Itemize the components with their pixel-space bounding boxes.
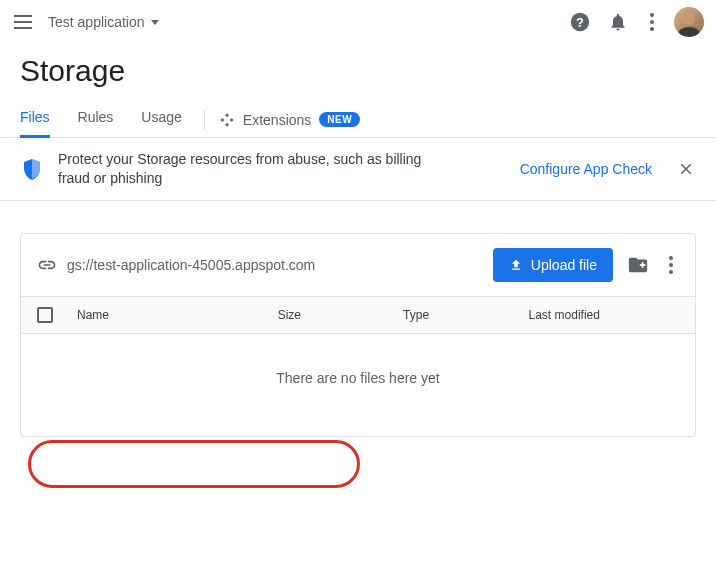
svg-text:?: ? bbox=[576, 15, 584, 30]
project-name: Test application bbox=[48, 14, 145, 30]
tab-rules[interactable]: Rules bbox=[78, 102, 114, 138]
header-size[interactable]: Size bbox=[278, 308, 403, 322]
panel-overflow-menu[interactable] bbox=[663, 252, 679, 278]
page-title: Storage bbox=[0, 44, 716, 102]
close-icon[interactable] bbox=[676, 159, 696, 179]
menu-icon[interactable] bbox=[14, 10, 38, 34]
new-folder-button[interactable] bbox=[623, 252, 653, 278]
header-modified[interactable]: Last modified bbox=[529, 308, 680, 322]
tab-files[interactable]: Files bbox=[20, 102, 50, 138]
chevron-down-icon bbox=[151, 20, 159, 25]
extensions-icon bbox=[219, 112, 235, 128]
notifications-icon[interactable] bbox=[606, 10, 630, 34]
upload-file-button[interactable]: Upload file bbox=[493, 248, 613, 282]
tab-extensions[interactable]: Extensions NEW bbox=[219, 112, 360, 128]
banner-text: Protect your Storage resources from abus… bbox=[58, 150, 438, 188]
table-header: Name Size Type Last modified bbox=[21, 296, 695, 334]
annotation-circle bbox=[28, 440, 360, 488]
link-icon bbox=[37, 255, 57, 275]
new-badge: NEW bbox=[319, 112, 360, 127]
help-icon[interactable]: ? bbox=[568, 10, 592, 34]
files-panel: gs://test-application-45005.appspot.com … bbox=[20, 233, 696, 437]
configure-app-check-button[interactable]: Configure App Check bbox=[520, 161, 652, 177]
upload-icon bbox=[509, 258, 523, 272]
avatar[interactable] bbox=[674, 7, 704, 37]
project-selector[interactable]: Test application bbox=[48, 14, 159, 30]
empty-state-message: There are no files here yet bbox=[21, 334, 695, 436]
header-type[interactable]: Type bbox=[403, 308, 528, 322]
upload-label: Upload file bbox=[531, 257, 597, 273]
app-check-banner: Protect your Storage resources from abus… bbox=[0, 138, 716, 201]
shield-icon bbox=[20, 157, 44, 181]
bucket-path[interactable]: gs://test-application-45005.appspot.com bbox=[67, 257, 483, 273]
svg-rect-3 bbox=[642, 262, 644, 268]
overflow-menu-icon[interactable] bbox=[644, 9, 660, 35]
tabs: Files Rules Usage Extensions NEW bbox=[0, 102, 716, 138]
select-all-checkbox[interactable] bbox=[37, 307, 53, 323]
tab-extensions-label: Extensions bbox=[243, 112, 311, 128]
header-name[interactable]: Name bbox=[77, 308, 278, 322]
tab-usage[interactable]: Usage bbox=[141, 102, 181, 138]
